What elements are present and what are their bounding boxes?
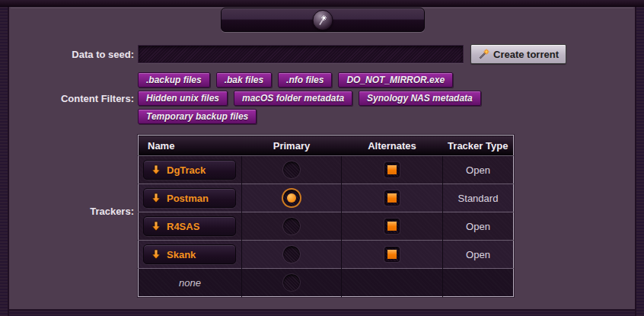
primary-cell [242,269,342,297]
frame-bottom [9,309,635,316]
content-filter-chip[interactable]: .nfo files [278,72,332,88]
tracker-type-label: Open [466,221,490,232]
alternates-cell [342,156,443,184]
create-torrent-button[interactable]: Create torrent [470,44,566,64]
alternates-cell [342,212,443,241]
primary-cell [242,184,342,212]
column-header: Primary [242,136,342,156]
create-torrent-panel: Data to seed: Create torrent Content Fil… [0,0,644,316]
tracker-name-cell: DgTrack [139,156,242,184]
trackers-header-row: NamePrimaryAlternatesTracker Type [139,136,514,156]
tracker-row: SkankOpen [139,241,514,269]
primary-cell [242,156,342,184]
tracker-name-label: R4SAS [167,221,199,232]
content-filter-chip[interactable]: Temporary backup files [138,109,257,124]
content-filter-chip[interactable]: .bak files [216,72,272,88]
content-filter-rows: .backup files.bak files.nfo filesDO_NOT_… [138,72,503,127]
content-filter-chip[interactable]: macOS folder metadata [234,91,352,106]
create-torrent-tab[interactable] [221,8,425,32]
create-torrent-button-label: Create torrent [493,49,559,60]
download-arrow-icon [151,221,161,231]
tracker-type-cell: Standard [443,184,514,212]
column-header: Alternates [342,136,443,156]
tracker-type-label: Open [466,164,490,176]
tracker-type-cell: Open [443,156,514,184]
alternates-cell [342,269,443,297]
alternates-checkbox[interactable] [384,190,400,206]
tracker-name-cell: Skank [139,241,242,269]
frame-right [635,7,644,316]
tracker-link-button[interactable]: DgTrack [143,160,236,180]
alternates-cell [342,241,443,269]
tracker-type-cell: Open [443,212,514,241]
tracker-row: DgTrackOpen [139,156,514,184]
column-header: Name [139,136,242,156]
content-filter-chip[interactable]: .backup files [138,72,210,88]
tracker-name-cell: R4SAS [139,212,242,241]
chip-row: Temporary backup files [138,109,503,124]
tracker-name-label: Skank [167,249,196,260]
tracker-row: PostmanStandard [139,184,514,212]
content-filter-chip[interactable]: Hidden unix files [138,91,228,106]
top-strip [0,0,644,7]
data-to-seed-input[interactable] [138,45,464,63]
tracker-name-cell: none [139,269,242,297]
chip-row: .backup files.bak files.nfo filesDO_NOT_… [138,72,503,88]
content-filter-chip[interactable]: Synology NAS metadata [359,91,481,106]
alternates-checkbox[interactable] [384,162,400,177]
tracker-name-label: DgTrack [167,164,206,176]
data-to-seed-label: Data to seed: [0,49,134,60]
content-filter-chip[interactable]: DO_NOT_MIRROR.exe [338,72,453,88]
magic-wand-sphere-icon [317,14,330,27]
chip-row: Hidden unix filesmacOS folder metadataSy… [138,91,503,106]
tracker-link-button[interactable]: Skank [143,244,236,264]
primary-cell [242,212,342,241]
trackers-table: NamePrimaryAlternatesTracker Type DgTrac… [138,135,514,297]
content-filters-label: Content Filters: [0,93,134,104]
tracker-row: R4SASOpen [139,212,514,241]
tracker-type-label: Standard [458,193,499,204]
tracker-link-button[interactable]: R4SAS [143,216,236,236]
trackers-label: Trackers: [0,206,134,217]
download-arrow-icon [151,193,161,203]
download-arrow-icon [151,249,161,260]
tracker-row: none [139,269,514,297]
primary-radio[interactable] [283,161,300,178]
alternates-cell [342,184,443,212]
magic-wand-sphere-button[interactable] [313,10,333,30]
tracker-none-label: none [139,277,241,289]
tracker-type-label: Open [466,249,490,260]
primary-cell [242,241,342,269]
tracker-name-cell: Postman [139,184,242,212]
tracker-link-button[interactable]: Postman [143,188,236,208]
tracker-name-label: Postman [167,193,209,204]
primary-radio[interactable] [283,190,300,206]
primary-radio[interactable] [283,218,300,235]
tracker-type-cell [443,269,514,297]
trackers-tbody: DgTrackOpenPostmanStandardR4SASOpenSkank… [139,156,514,297]
alternates-checkbox[interactable] [384,247,400,262]
tracker-type-cell: Open [443,241,514,269]
download-arrow-icon [151,164,161,175]
column-header: Tracker Type [443,136,514,156]
primary-radio[interactable] [283,246,300,263]
magic-wand-icon [478,49,489,60]
alternates-checkbox[interactable] [384,219,400,234]
primary-radio[interactable] [283,274,300,291]
